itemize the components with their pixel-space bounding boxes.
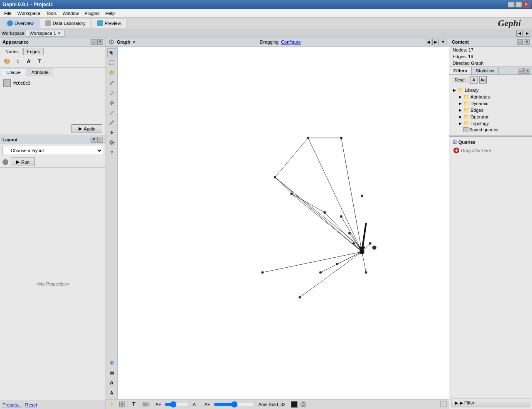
node-color-box[interactable] (291, 401, 298, 408)
menu-tools[interactable]: Tools (44, 10, 59, 17)
filters-close-btn[interactable]: ✕ (525, 68, 530, 74)
line-tool[interactable] (107, 118, 116, 127)
appearance-tab-edges[interactable]: Edges (23, 48, 44, 55)
sub-tab-attribute[interactable]: Attribute (27, 69, 53, 76)
dynamic-expander[interactable]: ▶ (458, 101, 463, 106)
graph-nav-next[interactable]: ▶ (432, 39, 439, 45)
maximize-button[interactable]: □ (515, 2, 522, 7)
operator-expander[interactable]: ▶ (458, 114, 463, 119)
edge-pencil-tool[interactable] (107, 108, 116, 117)
tree-saved-queries[interactable]: ▶ Saved queries (456, 127, 531, 133)
queries-filter-icon: ⊞ (453, 139, 457, 145)
appearance-tab-nodes[interactable]: Nodes (2, 48, 22, 55)
layout-select[interactable]: —Choose a layout (2, 146, 103, 155)
color-swatch[interactable] (3, 79, 11, 87)
workspace-tab[interactable]: Workspace 1 ✕ (26, 30, 65, 37)
minimize-button[interactable]: — (508, 2, 515, 7)
workspace-nav-right[interactable]: ▶ (524, 30, 530, 37)
tab-overview[interactable]: Overview (2, 19, 39, 28)
zoom-fit-tool[interactable] (107, 358, 116, 367)
menu-window[interactable]: Window (60, 10, 81, 17)
text-size-tool[interactable]: A (107, 388, 116, 397)
menu-file[interactable]: File (2, 10, 14, 17)
text-icon[interactable]: T (35, 57, 44, 66)
layout-minimize-btn[interactable]: ✕ (91, 137, 96, 143)
attributes-icon: 📁 (463, 94, 470, 100)
text-size-icon[interactable]: A (24, 57, 33, 66)
context-controls: — ✕ (517, 39, 530, 45)
graph-close-icon[interactable]: ✕ (133, 40, 136, 44)
tree-library[interactable]: ▶ 📁 Library (450, 87, 531, 94)
filter-reset-btn[interactable]: Reset (452, 77, 468, 83)
main-layout: Appearance — ✕ Nodes Edges 🎨 ○ A T Uniqu… (0, 37, 532, 409)
topology-label: Topology (470, 121, 489, 126)
separator4 (201, 401, 201, 408)
filters-minimize-btn[interactable]: — (518, 68, 524, 74)
reset-link[interactable]: Reset (25, 402, 37, 407)
filter-icon-b[interactable]: Aa (479, 76, 487, 84)
drag-filter-label: Drag filter here (461, 148, 491, 153)
tree-topology[interactable]: ▶ 📁 Topology (456, 120, 531, 127)
topology-expander[interactable]: ▶ (458, 121, 463, 126)
run-button[interactable]: ▶ Run (11, 158, 35, 166)
menu-plugins[interactable]: Plugins (82, 10, 102, 17)
help-tool[interactable]: ? (107, 148, 116, 157)
tree-edges[interactable]: ▶ 📁 Edges (456, 107, 531, 113)
tab-statistics[interactable]: Statistics (472, 67, 499, 74)
rect-select-tool[interactable] (107, 58, 116, 67)
diamond-tool[interactable] (107, 88, 116, 97)
color-value: #c0c0c0 (13, 81, 30, 86)
filter-button[interactable]: ▶ ▶ Filter (451, 399, 530, 407)
screenshot-icon[interactable] (299, 400, 308, 409)
appearance-minimize-btn[interactable]: — (91, 39, 96, 45)
menu-workspace[interactable]: Workspace (15, 10, 43, 17)
workspace-nav-left[interactable]: ◀ (516, 30, 523, 37)
sub-tab-unique[interactable]: Unique (2, 69, 25, 76)
text-toggle-icon[interactable]: T (130, 400, 138, 409)
tree-operator[interactable]: ▶ 📁 Operator (456, 113, 531, 120)
font-slider[interactable] (214, 402, 255, 407)
tree-children: ▶ 📁 Attributes ▶ 📁 Dynamic ▶ 📁 Edges ▶ 📁 (450, 94, 531, 133)
apply-button[interactable]: ▶ Apply (71, 124, 102, 133)
menu-help[interactable]: Help (103, 10, 117, 17)
appearance-close-btn[interactable]: ✕ (97, 39, 103, 45)
tree-attributes[interactable]: ▶ 📁 Attributes (456, 94, 531, 100)
apply-row: ▶ Apply (0, 123, 106, 135)
palette-icon[interactable]: 🎨 (2, 57, 12, 66)
select-tool[interactable] (107, 48, 116, 57)
library-expander[interactable]: ▶ (452, 88, 457, 93)
workspace-close-icon[interactable]: ✕ (58, 31, 61, 35)
close-button[interactable]: ✕ (523, 2, 530, 7)
rect-tool[interactable] (107, 368, 116, 377)
graph-canvas[interactable] (118, 47, 449, 399)
tree-dynamic[interactable]: ▶ 📁 Dynamic (456, 100, 531, 107)
context-nodes-row: Nodes: 17 (449, 47, 532, 53)
settings-tool[interactable] (107, 138, 116, 147)
grid-icon[interactable] (118, 400, 126, 409)
tab-data-laboratory[interactable]: Data Laboratory (40, 19, 91, 28)
graph-nav-expand[interactable]: ▼ (440, 39, 446, 45)
tab-filters[interactable]: Filters (449, 67, 472, 74)
layout-close-btn[interactable]: — (97, 137, 103, 143)
filter-icon-a[interactable]: A (470, 76, 478, 84)
circle-icon[interactable]: ○ (13, 57, 22, 66)
svg-line-15 (110, 111, 113, 114)
text-color-tool[interactable]: A (107, 378, 116, 387)
tab-preview[interactable]: Preview (92, 19, 126, 28)
zoom-slider[interactable] (165, 402, 190, 407)
configure-link[interactable]: Configure (281, 39, 301, 44)
graph-nav-prev[interactable]: ◀ (425, 39, 431, 45)
svg-point-58 (365, 271, 367, 274)
attributes-expander[interactable]: ▶ (458, 94, 463, 99)
layout-tool[interactable] (107, 128, 116, 137)
sun-icon[interactable] (108, 400, 116, 409)
node-shape-icon[interactable] (142, 400, 150, 409)
brush-tool[interactable] (107, 68, 116, 77)
edges-expander[interactable]: ▶ (458, 108, 463, 113)
svg-marker-12 (110, 91, 114, 95)
pencil-tool[interactable] (107, 78, 116, 87)
gradient-tool[interactable] (107, 98, 116, 107)
context-close-btn[interactable]: ✕ (524, 39, 530, 45)
presets-link[interactable]: Presets... (2, 402, 22, 407)
context-minimize-btn[interactable]: — (517, 39, 523, 45)
